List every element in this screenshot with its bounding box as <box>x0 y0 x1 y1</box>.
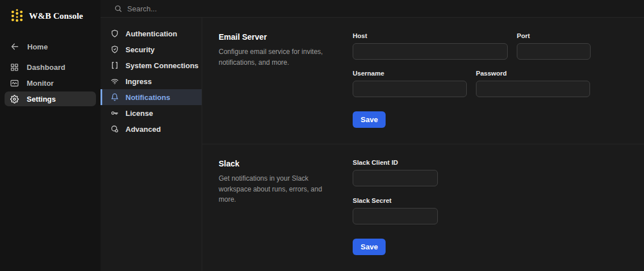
settings-nav: Authentication Security System Connectio… <box>101 18 202 271</box>
shield-check-icon <box>111 45 119 53</box>
email-server-form: Host Port Username <box>353 32 644 128</box>
sidebar-item-dashboard[interactable]: Dashboard <box>5 60 96 74</box>
bell-icon <box>111 93 119 101</box>
settings-nav-label: License <box>126 109 153 118</box>
main-content: Email Server Configure email service for… <box>202 18 644 271</box>
arrow-left-icon <box>10 42 19 51</box>
sidebar-item-monitor[interactable]: Monitor <box>5 76 96 90</box>
search-icon <box>114 5 122 12</box>
sidebar-item-label: Dashboard <box>27 63 65 72</box>
slack-form: Slack Client ID Slack Secret Save <box>353 159 644 255</box>
settings-nav-label: Advanced <box>126 125 161 134</box>
email-server-section: Email Server Configure email service for… <box>202 18 644 144</box>
settings-nav-security[interactable]: Security <box>101 41 202 57</box>
wandb-dots-logo-icon <box>10 9 24 23</box>
right-region: Search... Authentication Security <box>101 0 644 271</box>
search-input[interactable]: Search... <box>114 0 644 17</box>
primary-sidebar: W&B Console Home Dashboard Monitor Setti… <box>0 0 101 271</box>
settings-nav-label: Security <box>126 45 154 54</box>
sidebar-item-home[interactable]: Home <box>5 39 96 54</box>
brackets-icon <box>111 61 119 69</box>
port-label: Port <box>517 32 591 39</box>
settings-nav-label: Authentication <box>126 30 177 38</box>
primary-nav: Home Dashboard Monitor Settings <box>0 38 101 107</box>
advanced-gear-icon <box>111 125 119 133</box>
slack-secret-input[interactable] <box>353 208 438 224</box>
settings-nav-ingress[interactable]: Ingress <box>101 73 202 89</box>
host-label: Host <box>353 32 508 39</box>
password-input[interactable] <box>476 81 590 97</box>
shield-icon <box>111 30 119 37</box>
settings-nav-label: System Connections <box>126 61 199 70</box>
username-label: Username <box>353 70 467 77</box>
sidebar-item-label: Home <box>27 43 48 51</box>
sidebar-item-settings[interactable]: Settings <box>5 91 96 106</box>
section-description: Configure email service for invites, not… <box>219 47 335 68</box>
wifi-icon <box>111 77 119 85</box>
sidebar-item-label: Monitor <box>27 79 54 87</box>
section-description: Get notifications in your Slack workspac… <box>219 173 335 205</box>
app-title: W&B Console <box>29 11 83 21</box>
port-input[interactable] <box>517 43 591 60</box>
settings-nav-notifications[interactable]: Notifications <box>101 89 202 105</box>
settings-nav-label: Ingress <box>126 77 152 86</box>
settings-nav-label: Notifications <box>126 93 170 102</box>
key-icon <box>111 109 119 117</box>
topbar: Search... <box>101 0 644 18</box>
section-title: Slack <box>219 159 353 168</box>
sidebar-item-label: Settings <box>27 95 56 103</box>
settings-nav-license[interactable]: License <box>101 105 202 121</box>
section-title: Email Server <box>219 32 353 41</box>
settings-nav-advanced[interactable]: Advanced <box>101 121 202 137</box>
host-input[interactable] <box>353 43 508 60</box>
app-logo: W&B Console <box>0 0 101 29</box>
slack-client-id-input[interactable] <box>353 170 438 186</box>
settings-nav-system-connections[interactable]: System Connections <box>101 57 202 73</box>
password-label: Password <box>476 70 590 77</box>
settings-nav-authentication[interactable]: Authentication <box>101 26 202 41</box>
email-save-button[interactable]: Save <box>353 111 386 128</box>
monitor-icon <box>10 79 19 87</box>
slack-section: Slack Get notifications in your Slack wo… <box>202 144 644 271</box>
gear-icon <box>10 95 19 103</box>
dashboard-icon <box>10 63 19 72</box>
slack-client-id-label: Slack Client ID <box>353 159 644 166</box>
slack-secret-label: Slack Secret <box>353 197 644 204</box>
username-input[interactable] <box>353 81 467 97</box>
slack-save-button[interactable]: Save <box>353 239 386 255</box>
search-placeholder: Search... <box>127 5 157 13</box>
